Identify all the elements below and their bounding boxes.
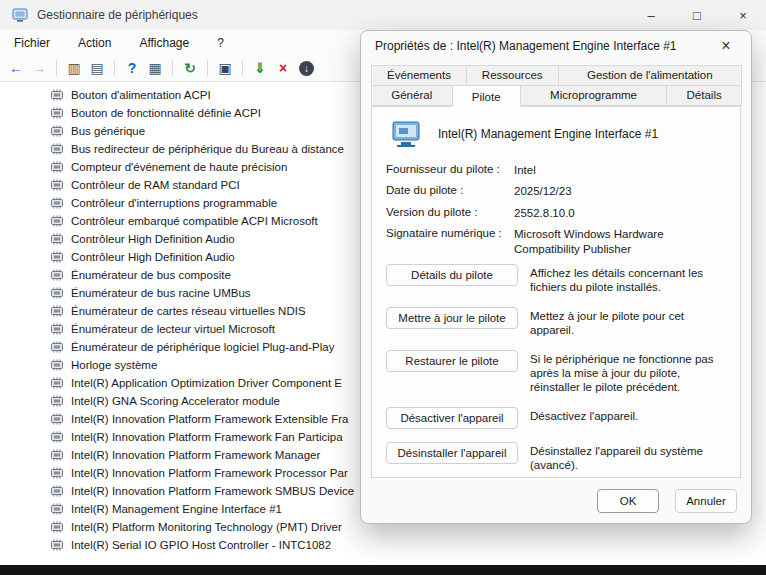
device-chip-icon [50, 341, 64, 353]
show-console-tree-icon[interactable]: ▥ [64, 58, 84, 78]
device-chip-icon [50, 269, 64, 281]
tree-item-label: Bouton de fonctionnalité définie ACPI [71, 107, 261, 119]
title-bar: Gestionnaire de périphériques –□× [0, 0, 766, 30]
details-du-pilote-button[interactable]: Détails du pilote [386, 264, 518, 286]
close-button[interactable]: × [720, 0, 766, 30]
tree-item-label: Énumérateur de bus composite [71, 269, 231, 281]
uninstall-device-icon[interactable]: × [273, 58, 293, 78]
field-row: Fournisseur du pilote :Intel [386, 163, 726, 177]
device-chip-icon [50, 179, 64, 191]
tree-item-label: Intel(R) Innovation Platform Framework E… [71, 413, 348, 425]
tab-general[interactable]: Général [371, 85, 453, 106]
menu-help[interactable]: ? [215, 34, 226, 52]
tree-item-label: Compteur d'événement de haute précision [71, 161, 287, 173]
menu-affichage[interactable]: Affichage [137, 34, 191, 52]
action-description: Si le périphérique ne fonctionne pas apr… [530, 350, 726, 394]
restaurer-le-pilote-button[interactable]: Restaurer le pilote [386, 350, 518, 372]
device-chip-icon [50, 143, 64, 155]
desactiver-l-appareil-button[interactable]: Désactiver l'appareil [386, 407, 518, 429]
tab-ressources[interactable]: Ressources [466, 65, 559, 86]
help-icon[interactable]: ? [122, 58, 142, 78]
tree-item-label: Énumérateur de cartes réseau virtuelles … [71, 305, 306, 317]
tree-item-label: Contrôleur High Definition Audio [71, 233, 235, 245]
tree-item-label: Horloge système [71, 359, 157, 371]
device-chip-icon [50, 287, 64, 299]
device-chip-icon [50, 323, 64, 335]
device-chip-icon [50, 125, 64, 137]
driver-actions: Détails du piloteAffichez les détails co… [386, 264, 726, 472]
update-driver-icon[interactable]: ⇓ [250, 58, 270, 78]
device-chip-icon [50, 161, 64, 173]
tree-item-label: Contrôleur embarqué compatible ACPI Micr… [71, 215, 318, 227]
tab-pilote[interactable]: Pilote [452, 85, 521, 107]
device-chip-icon [50, 503, 64, 515]
forward-icon[interactable]: → [29, 58, 49, 78]
tab-details[interactable]: Détails [666, 85, 742, 106]
cancel-button[interactable]: Annuler [675, 489, 737, 513]
menu-action[interactable]: Action [76, 34, 113, 52]
device-chip-icon [50, 197, 64, 209]
device-chip-icon [50, 539, 64, 551]
toolbar-separator [172, 60, 173, 76]
device-chip-icon [50, 89, 64, 101]
device-chip-icon [50, 395, 64, 407]
scan-hardware-changes-icon[interactable]: ↻ [180, 58, 200, 78]
action-row: Désactiver l'appareilDésactivez l'appare… [386, 407, 726, 429]
tree-item-label: Contrôleur d'interruptions programmable [71, 197, 277, 209]
field-label: Version du pilote : [386, 206, 514, 220]
field-label: Date du pilote : [386, 184, 514, 198]
field-value: 2552.8.10.0 [514, 206, 726, 220]
desinstaller-l-appareil-button[interactable]: Désinstaller l'appareil [386, 442, 518, 464]
window-title: Gestionnaire de périphériques [37, 8, 198, 22]
export-list-icon[interactable]: ▦ [145, 58, 165, 78]
field-label: Signataire numérique : [386, 227, 514, 256]
tree-item[interactable]: Intel(R) Serial IO GPIO Host Controller … [0, 536, 766, 554]
dialog-close-icon[interactable]: × [707, 34, 745, 58]
field-row: Version du pilote :2552.8.10.0 [386, 206, 726, 220]
device-chip-icon [50, 305, 64, 317]
tab-gestion-de-l-alimentation[interactable]: Gestion de l'alimentation [558, 65, 742, 86]
tree-item-label: Bouton d'alimentation ACPI [71, 89, 211, 101]
action-row: Restaurer le piloteSi le périphérique ne… [386, 350, 726, 394]
ok-button[interactable]: OK [597, 489, 659, 513]
tree-item-label: Intel(R) Innovation Platform Framework S… [71, 485, 354, 497]
driver-fields: Fournisseur du pilote :IntelDate du pilo… [386, 163, 726, 256]
action-row: Désinstaller l'appareilDésinstallez l'ap… [386, 442, 726, 472]
toolbar-separator [56, 60, 57, 76]
device-chip-icon [50, 107, 64, 119]
device-chip-icon [50, 431, 64, 443]
device-chip-icon [50, 467, 64, 479]
tree-item-label: Intel(R) GNA Scoring Accelerator module [71, 395, 280, 407]
tree-item-label: Intel(R) Application Optimization Driver… [71, 377, 342, 389]
dialog-footer: OK Annuler [597, 489, 737, 513]
disable-device-icon[interactable]: ↓ [299, 61, 314, 76]
computer-icon[interactable]: ▣ [215, 58, 235, 78]
back-icon[interactable]: ← [6, 58, 26, 78]
field-value: Microsoft Windows Hardware Compatibility… [514, 227, 726, 256]
properties-icon[interactable]: ▤ [87, 58, 107, 78]
minimize-button[interactable]: – [628, 0, 674, 30]
field-value: Intel [514, 163, 726, 177]
device-chip-icon [50, 359, 64, 371]
action-description: Mettez à jour le pilote pour cet apparei… [530, 307, 726, 337]
tree-item-label: Intel(R) Innovation Platform Framework M… [71, 449, 320, 461]
menu-fichier[interactable]: Fichier [12, 34, 52, 52]
tab-evenements[interactable]: Événements [371, 65, 467, 86]
tree-item-label: Intel(R) Serial IO GPIO Host Controller … [71, 539, 331, 551]
mettre-a-jour-le-pilote-button[interactable]: Mettre à jour le pilote [386, 307, 518, 329]
field-label: Fournisseur du pilote : [386, 163, 514, 177]
field-row: Date du pilote :2025/12/23 [386, 184, 726, 198]
screen: Gestionnaire de périphériques –□× Fichie… [0, 0, 766, 575]
device-chip-icon [50, 521, 64, 533]
tab-microprogramme[interactable]: Microprogramme [520, 85, 667, 106]
pilote-tab-page: Intel(R) Management Engine Interface #1 … [371, 106, 741, 478]
dialog-title-bar: Propriétés de : Intel(R) Management Engi… [361, 31, 751, 61]
device-chip-icon [50, 251, 64, 263]
dialog-title: Propriétés de : Intel(R) Management Engi… [375, 39, 707, 53]
device-chip-icon [50, 215, 64, 227]
device-chip-icon [50, 377, 64, 389]
action-description: Désinstallez l'appareil du système (avan… [530, 442, 726, 472]
device-manager-app-icon [12, 7, 28, 23]
maximize-button[interactable]: □ [674, 0, 720, 30]
tree-item-label: Intel(R) Platform Monitoring Technology … [71, 521, 342, 533]
